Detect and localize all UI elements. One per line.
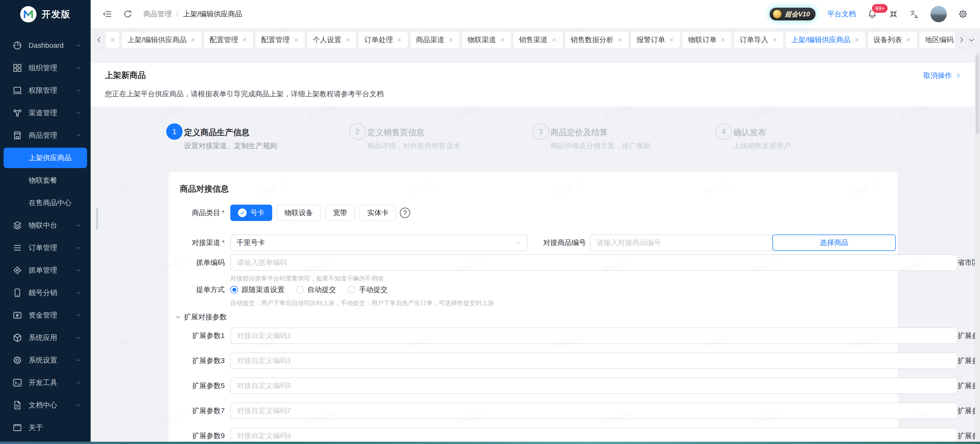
tab-13[interactable]: 上架/编辑供应商品 [786,32,865,48]
close-icon[interactable] [110,37,115,43]
money-icon [12,310,22,320]
content-scrollbar-track[interactable] [975,52,980,442]
tab-2[interactable]: 配置管理 [204,32,253,48]
close-icon[interactable] [772,37,778,43]
category-option-2[interactable]: 宽带 [325,205,355,221]
chevron-down-icon [515,239,522,246]
param-input-3[interactable] [230,353,958,369]
param-input-1[interactable] [230,328,958,344]
tab-11[interactable]: 物联订单 [682,32,732,48]
collapse-sidebar-icon[interactable] [102,9,112,19]
sidebar-item-5[interactable]: 上架供应商品 [3,148,87,168]
tab-0[interactable] [105,32,119,48]
close-icon[interactable] [720,37,726,43]
channel-select[interactable]: 千里号卡 [230,234,528,251]
close-icon[interactable] [242,37,247,43]
close-icon[interactable] [906,37,911,43]
sidebar-item-7[interactable]: 在售商品中心 [3,193,87,213]
sidebar-item-13[interactable]: 系统应用 [3,328,87,348]
category-option-0[interactable]: 号卡 [230,205,272,221]
settings-gear-icon[interactable] [958,9,968,19]
close-icon[interactable] [190,37,196,43]
tab-7[interactable]: 物联渠道 [462,32,511,48]
tabs-scroll-left-icon[interactable] [95,36,103,44]
sidebar-item-label: 在售商品中心 [29,198,81,208]
grab-code-input[interactable] [230,255,958,271]
tab-10[interactable]: 报警订单 [631,32,680,48]
close-icon[interactable] [396,37,402,43]
sidebar-item-8[interactable]: 物联中台 [3,215,87,236]
param-row-3: 扩展参数7 扩展参数8 [169,403,896,419]
notifications-bell-icon[interactable]: 99+ [867,9,877,19]
sidebar-item-10[interactable]: 抓单管理 [3,260,87,280]
refresh-icon[interactable] [123,9,132,19]
close-icon[interactable] [551,37,557,43]
sidebar-item-label: 物联中台 [29,220,75,230]
sidebar-item-17[interactable]: 关于 [3,417,87,438]
chevron-down-icon [75,357,81,363]
sidebar-item-11[interactable]: 靓号分销 [3,283,87,303]
tab-15[interactable]: 地区编码 [920,32,955,48]
category-row: 商品类目* 号卡物联设备宽带实体卡 ? [169,205,896,221]
tab-4[interactable]: 个人设置 [307,32,356,48]
sidebar-item-label: 文档中心 [29,400,75,410]
chevron-down-icon [75,88,81,94]
tab-6[interactable]: 商品渠道 [410,32,459,48]
expand-params-toggle[interactable]: 扩展对接参数 [175,312,227,322]
category-option-3[interactable]: 实体卡 [360,205,396,221]
sidebar-item-4[interactable]: 商品管理 [3,125,87,146]
cancel-action-link[interactable]: 取消操作 [923,71,962,81]
sidebar-item-2[interactable]: 权限管理 [3,80,87,101]
tab-9[interactable]: 销售数据分析 [565,32,628,48]
select-product-button[interactable]: 选择商品 [772,234,896,251]
sidebar-item-14[interactable]: 系统设置 [3,350,87,371]
step-connector [613,131,714,132]
sidebar-item-0[interactable]: Dashboard [3,35,87,56]
tabs-scroll-right-icon[interactable] [958,36,965,44]
vip-badge[interactable]: 超会V10 [769,7,816,21]
terminal-icon [12,377,22,388]
tab-3[interactable]: 配置管理 [256,32,305,48]
close-icon[interactable] [617,37,623,43]
submit-mode-row: 提单方式 跟随渠道设置自动提交手动提交 [169,284,896,295]
chevron-down-icon [75,65,81,71]
platform-docs-link[interactable]: 平台文档 [827,9,856,19]
channel-row: 对接渠道* 千里号卡 对接商品编号 选择商品 [169,234,896,251]
sidebar-item-9[interactable]: 订单管理 [3,237,87,258]
check-icon [238,208,247,217]
sidebar-item-label: 上架供应商品 [29,153,81,163]
submit-mode-radio-2[interactable]: 手动提交 [348,285,388,294]
sidebar-item-15[interactable]: 开发工具 [3,372,87,393]
param-input-5[interactable] [230,377,958,394]
close-icon[interactable] [500,37,505,43]
product-code-input[interactable] [590,234,773,251]
content-scrollbar-thumb[interactable] [976,55,979,134]
submit-mode-radio-1[interactable]: 自动提交 [296,285,336,294]
param-input-7[interactable] [230,403,958,419]
tabs-dropdown-icon[interactable] [968,36,975,44]
fullscreen-icon[interactable] [889,9,898,19]
close-icon[interactable] [669,37,675,43]
close-icon[interactable] [345,37,351,43]
tab-1[interactable]: 上架/编辑供应商品 [122,32,202,48]
sidebar-item-6[interactable]: 物联套餐 [3,170,87,191]
sidebar-item-3[interactable]: 渠道管理 [3,103,87,123]
tab-5[interactable]: 订单处理 [359,32,408,48]
breadcrumb-parent[interactable]: 商品管理 [143,9,172,19]
sidebar-item-16[interactable]: 文档中心 [3,395,87,415]
step-connector [255,131,347,132]
help-icon[interactable]: ? [400,208,410,218]
tab-8[interactable]: 销售渠道 [514,32,563,48]
close-icon[interactable] [448,37,454,43]
close-icon[interactable] [293,37,299,43]
tab-12[interactable]: 订单导入 [734,32,783,48]
category-option-1[interactable]: 物联设备 [277,205,321,221]
submit-mode-radio-0[interactable]: 跟随渠道设置 [230,285,285,294]
translate-icon[interactable]: 文A [910,9,919,19]
sidebar-item-1[interactable]: 组织管理 [3,58,87,78]
tab-14[interactable]: 设备列表 [868,32,917,48]
user-avatar[interactable] [931,6,947,22]
sidebar-scrollbar-thumb[interactable] [96,208,98,230]
close-icon[interactable] [854,37,860,43]
sidebar-item-12[interactable]: 资金管理 [3,305,87,325]
